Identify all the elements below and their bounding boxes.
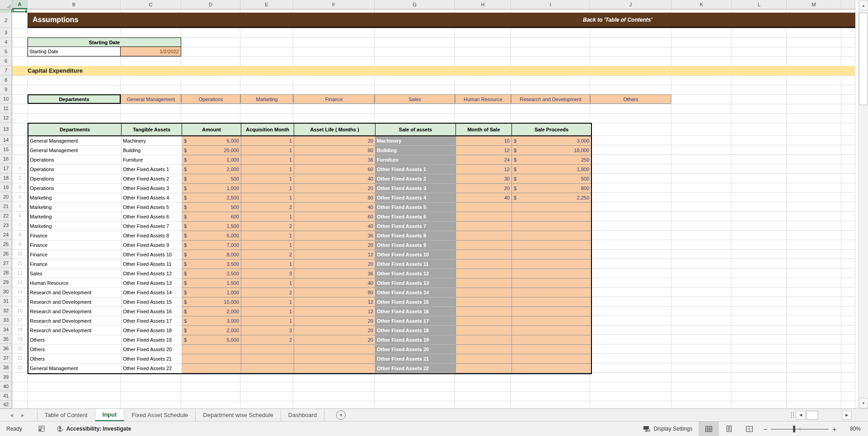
cell-asset-life[interactable]: 40: [294, 174, 375, 184]
cell-amount[interactable]: $1,500: [182, 222, 241, 231]
row-header-11[interactable]: 11: [0, 104, 12, 113]
cell-month-of-sale[interactable]: [456, 222, 512, 231]
scroll-left-button[interactable]: ◀: [796, 411, 806, 420]
cell-sale-proceeds[interactable]: [512, 316, 591, 326]
cell-sale-proceeds[interactable]: [512, 231, 591, 241]
cell-month-of-sale[interactable]: [456, 364, 512, 373]
cell-department[interactable]: Others: [28, 345, 122, 354]
cell-department[interactable]: Others: [28, 335, 122, 345]
cell-sale-of-asset[interactable]: Other Fixed Assets 6: [375, 212, 456, 222]
cell-sale-proceeds[interactable]: [512, 241, 591, 250]
column-header-c[interactable]: C: [121, 0, 181, 9]
cell-department[interactable]: Operations: [28, 155, 122, 165]
cell-sale-of-asset[interactable]: Other Fixed Assets 16: [375, 307, 456, 316]
cell-sale-of-asset[interactable]: Other Fixed Assets 20: [375, 345, 456, 354]
cell-month-of-sale[interactable]: 30: [456, 174, 512, 184]
cell-acquisition-month[interactable]: 1: [241, 241, 294, 250]
selected-cell-a1[interactable]: [13, 9, 27, 12]
cell-acquisition-month[interactable]: 1: [241, 184, 294, 193]
cell-department[interactable]: General Management: [28, 136, 122, 146]
column-header-b[interactable]: B: [28, 0, 121, 9]
cell-amount[interactable]: $600: [182, 212, 241, 222]
cell-sale-proceeds[interactable]: [512, 307, 591, 316]
row-header-23[interactable]: 23: [0, 221, 12, 230]
cell-amount[interactable]: $2,500: [182, 193, 241, 203]
cell-acquisition-month[interactable]: 1: [241, 278, 294, 288]
macro-record-icon[interactable]: [38, 426, 45, 432]
cell-asset-life[interactable]: [294, 354, 375, 364]
row-header-19[interactable]: 19: [0, 183, 12, 192]
cell-tangible-asset[interactable]: Other Fixed Assets 10: [122, 250, 182, 260]
cell-month-of-sale[interactable]: [456, 297, 512, 307]
column-header-k[interactable]: K: [671, 0, 732, 9]
cell-sale-of-asset[interactable]: Furniture: [375, 155, 456, 165]
starting-date-input[interactable]: 1/2/2022: [120, 46, 181, 56]
cell-month-of-sale[interactable]: [456, 260, 512, 269]
cell-acquisition-month[interactable]: 1: [241, 136, 294, 146]
cell-month-of-sale[interactable]: [456, 203, 512, 212]
cell-tangible-asset[interactable]: Other Fixed Assets 17: [122, 316, 182, 326]
department-header-cell[interactable]: Human Resource: [455, 94, 511, 104]
column-header-g[interactable]: G: [375, 0, 455, 9]
cell-amount[interactable]: [182, 354, 241, 364]
cell-asset-life[interactable]: 12: [294, 307, 375, 316]
cell-tangible-asset[interactable]: Building: [122, 146, 182, 155]
cell-tangible-asset[interactable]: Other Fixed Assets 16: [122, 307, 182, 316]
row-header-13[interactable]: 13: [0, 123, 12, 135]
cell-asset-life[interactable]: 80: [294, 288, 375, 297]
cell-tangible-asset[interactable]: Other Fixed Assets 4: [122, 193, 182, 203]
row-header-20[interactable]: 20: [0, 192, 12, 202]
row-header-24[interactable]: 24: [0, 230, 12, 240]
row-header-40[interactable]: 40: [0, 382, 12, 391]
cell-asset-life[interactable]: [294, 345, 375, 354]
cell-sale-proceeds[interactable]: [512, 212, 591, 222]
row-header-10[interactable]: 10: [0, 94, 12, 104]
cell-sale-of-asset[interactable]: Other Fixed Assets 15: [375, 297, 456, 307]
cell-sale-of-asset[interactable]: Other Fixed Assets 4: [375, 193, 456, 203]
cell-asset-life[interactable]: 20: [294, 184, 375, 193]
back-to-toc-link[interactable]: Back to 'Table of Contents': [583, 17, 652, 23]
cell-amount[interactable]: $2,500: [182, 269, 241, 278]
horizontal-scrollbar[interactable]: ◀ ▶: [796, 409, 852, 421]
cell-department[interactable]: Marketing: [28, 222, 122, 231]
cell-month-of-sale[interactable]: [456, 231, 512, 241]
cell-department[interactable]: Operations: [28, 165, 122, 174]
cell-tangible-asset[interactable]: Other Fixed Assets 18: [122, 326, 182, 335]
cell-acquisition-month[interactable]: 1: [241, 155, 294, 165]
cell-asset-life[interactable]: 60: [294, 165, 375, 174]
cell-sale-of-asset[interactable]: Other Fixed Assets 2: [375, 174, 456, 184]
column-header-sliver[interactable]: [841, 0, 855, 9]
row-header-12[interactable]: 12: [0, 113, 12, 123]
row-header-32[interactable]: 32: [0, 306, 12, 315]
cell-sale-of-asset[interactable]: Machinery: [375, 136, 456, 146]
cell-sale-of-asset[interactable]: Other Fixed Assets 1: [375, 165, 456, 174]
cell-asset-life[interactable]: 60: [294, 212, 375, 222]
row-header-16[interactable]: 16: [0, 154, 12, 164]
fill-handle[interactable]: [24, 10, 28, 13]
cell-tangible-asset[interactable]: Furniture: [122, 155, 182, 165]
cell-tangible-asset[interactable]: Other Fixed Assets 6: [122, 212, 182, 222]
cell-amount[interactable]: $2,000: [182, 165, 241, 174]
cell-tangible-asset[interactable]: Other Fixed Assets 11: [122, 260, 182, 269]
scroll-up-button[interactable]: ▲: [859, 0, 868, 10]
cell-tangible-asset[interactable]: Other Fixed Assets 12: [122, 269, 182, 278]
cell-acquisition-month[interactable]: [241, 364, 294, 373]
cell-asset-life[interactable]: 20: [294, 316, 375, 326]
cell-amount[interactable]: $5,000: [182, 231, 241, 241]
new-sheet-button[interactable]: +: [336, 410, 346, 420]
cell-acquisition-month[interactable]: 2: [241, 288, 294, 297]
cell-sale-of-asset[interactable]: Other Fixed Assets 3: [375, 184, 456, 193]
cell-asset-life[interactable]: 20: [294, 241, 375, 250]
cell-sale-proceeds[interactable]: [512, 354, 591, 364]
cell-month-of-sale[interactable]: [456, 335, 512, 345]
row-header-8[interactable]: 8: [0, 75, 12, 85]
scroll-down-button[interactable]: ▼: [859, 398, 868, 408]
cell-asset-life[interactable]: 40: [294, 278, 375, 288]
cell-sale-proceeds[interactable]: $800: [512, 184, 591, 193]
cell-month-of-sale[interactable]: 12: [456, 146, 512, 155]
cell-sale-proceeds[interactable]: [512, 269, 591, 278]
cell-tangible-asset[interactable]: Other Fixed Assets 19: [122, 335, 182, 345]
department-header-cell[interactable]: Marketing: [240, 94, 293, 104]
tab-input[interactable]: Input: [95, 409, 125, 421]
tab-scroll-splitter[interactable]: [790, 412, 795, 419]
